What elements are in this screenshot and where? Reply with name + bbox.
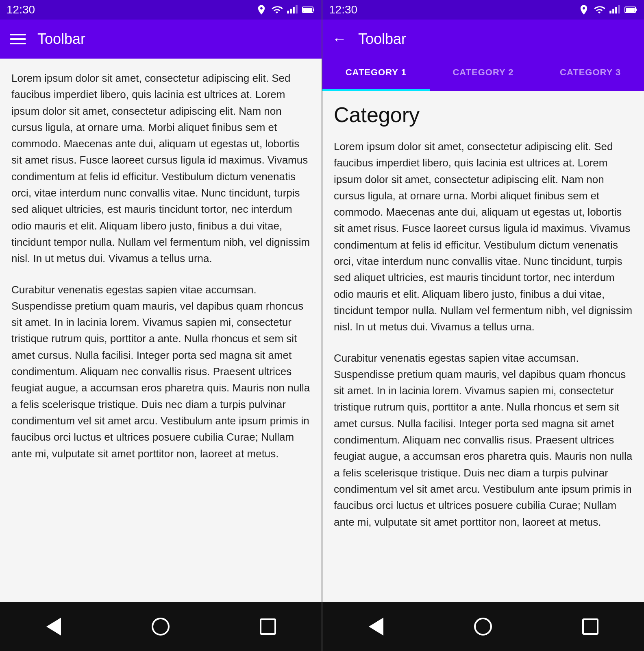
status-icons-1 — [256, 4, 315, 15]
home-icon-2 — [474, 618, 492, 636]
recents-button-1[interactable] — [256, 614, 280, 639]
svg-rect-1 — [290, 9, 292, 14]
phone-1: 12:30 Toolbar Lorem ipsum dolor sit amet… — [0, 0, 322, 651]
tab-category-1[interactable]: CATEGORY 1 — [322, 59, 430, 91]
svg-rect-6 — [313, 9, 314, 11]
toolbar-title-1: Toolbar — [37, 31, 85, 48]
content-area-1: Lorem ipsum dolor sit amet, consectetur … — [0, 59, 322, 602]
paragraph-2-1: Lorem ipsum dolor sit amet, consectetur … — [334, 138, 633, 335]
recents-button-2[interactable] — [578, 614, 603, 639]
nav-bar-2 — [322, 602, 644, 651]
toolbar-2: ← Toolbar — [322, 20, 644, 59]
svg-rect-0 — [287, 11, 289, 13]
location-icon — [256, 4, 267, 15]
signal-icon — [287, 4, 298, 15]
location-icon-2 — [578, 4, 590, 15]
wifi-icon-2 — [594, 4, 605, 15]
menu-icon[interactable] — [10, 34, 26, 44]
tab-category-3[interactable]: CATEGORY 3 — [537, 59, 644, 91]
home-button-1[interactable] — [148, 614, 173, 639]
home-button-2[interactable] — [471, 614, 495, 639]
svg-rect-7 — [609, 11, 611, 13]
paragraph-2-2: Curabitur venenatis egestas sapien vitae… — [334, 350, 633, 530]
svg-rect-8 — [612, 9, 614, 14]
svg-rect-3 — [296, 5, 298, 13]
svg-rect-10 — [618, 5, 620, 13]
back-icon-toolbar[interactable]: ← — [332, 31, 347, 48]
status-bar-1: 12:30 — [0, 0, 322, 20]
status-time-1: 12:30 — [7, 3, 256, 16]
battery-icon-2 — [624, 4, 637, 15]
tab-category-2[interactable]: CATEGORY 2 — [430, 59, 537, 91]
back-button-1[interactable] — [41, 614, 66, 639]
nav-bar-1 — [0, 602, 322, 651]
status-time-2: 12:30 — [329, 3, 578, 16]
svg-rect-13 — [635, 9, 637, 11]
home-icon-1 — [152, 618, 170, 636]
back-icon-2 — [369, 618, 383, 636]
tabs-bar: CATEGORY 1 CATEGORY 2 CATEGORY 3 — [322, 59, 644, 91]
toolbar-1: Toolbar — [0, 20, 322, 59]
signal-icon-2 — [609, 4, 620, 15]
status-icons-2 — [578, 4, 637, 15]
paragraph-1-2: Curabitur venenatis egestas sapien vitae… — [11, 282, 310, 462]
recents-icon-2 — [582, 618, 598, 635]
paragraph-1-1: Lorem ipsum dolor sit amet, consectetur … — [11, 70, 310, 267]
toolbar-title-2: Toolbar — [358, 31, 406, 48]
content-area-2: Category Lorem ipsum dolor sit amet, con… — [322, 91, 644, 602]
phone-2: 12:30 ← Toolbar CATEGORY 1 CATEGORY 2 CA… — [322, 0, 644, 651]
svg-rect-9 — [615, 7, 617, 13]
battery-icon — [302, 4, 315, 15]
svg-rect-12 — [626, 8, 635, 12]
status-bar-2: 12:30 — [322, 0, 644, 20]
svg-rect-2 — [293, 7, 295, 13]
recents-icon-1 — [260, 618, 276, 635]
svg-rect-5 — [303, 8, 312, 12]
wifi-icon — [271, 4, 283, 15]
back-icon-1 — [46, 618, 61, 636]
category-heading: Category — [334, 103, 633, 127]
back-button-2[interactable] — [364, 614, 388, 639]
